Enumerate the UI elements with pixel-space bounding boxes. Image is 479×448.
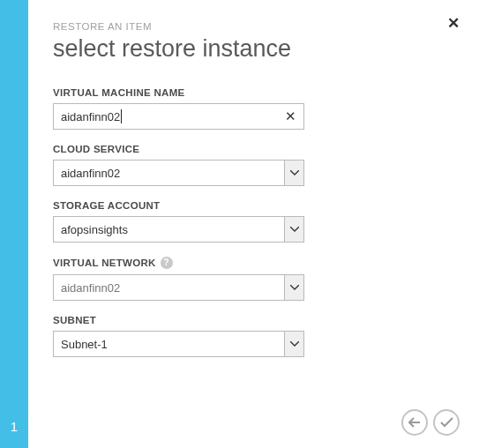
vm-name-value: aidanfinn02 [61, 110, 120, 123]
chevron-down-icon[interactable] [284, 217, 303, 242]
confirm-button[interactable] [433, 409, 460, 436]
cloud-service-value: aidanfinn02 [54, 167, 284, 180]
subnet-select[interactable]: Subnet-1 [53, 331, 304, 357]
step-sidebar: 1 [0, 0, 28, 448]
vm-name-label: VIRTUAL MACHINE NAME [53, 87, 454, 98]
clear-input-icon[interactable]: ✕ [285, 108, 296, 124]
virtual-network-value: aidanfinn02 [54, 281, 284, 295]
chevron-down-icon[interactable] [284, 161, 303, 185]
virtual-network-label: VIRTUAL NETWORK ? [53, 257, 454, 269]
back-button[interactable] [401, 409, 428, 436]
storage-account-select[interactable]: afopsinsights [53, 216, 304, 243]
check-icon [440, 417, 453, 428]
storage-account-value: afopsinsights [54, 223, 284, 236]
help-icon[interactable]: ? [161, 257, 173, 269]
storage-account-label: STORAGE ACCOUNT [53, 200, 454, 211]
eyebrow: RESTORE AN ITEM [53, 21, 454, 32]
subnet-label: SUBNET [53, 315, 454, 325]
cloud-service-select[interactable]: aidanfinn02 [53, 160, 304, 186]
subnet-value: Subnet-1 [54, 338, 284, 351]
cloud-service-label: CLOUD SERVICE [53, 144, 454, 154]
arrow-left-icon [408, 417, 421, 428]
text-cursor [121, 109, 122, 123]
page-title: select restore instance [53, 35, 454, 63]
chevron-down-icon[interactable] [284, 332, 303, 356]
vm-name-input[interactable]: aidanfinn02 ✕ [53, 103, 304, 130]
close-icon[interactable]: ✕ [447, 14, 460, 33]
step-number: 1 [0, 419, 28, 434]
virtual-network-select[interactable]: aidanfinn02 [53, 274, 304, 301]
chevron-down-icon[interactable] [284, 275, 303, 300]
